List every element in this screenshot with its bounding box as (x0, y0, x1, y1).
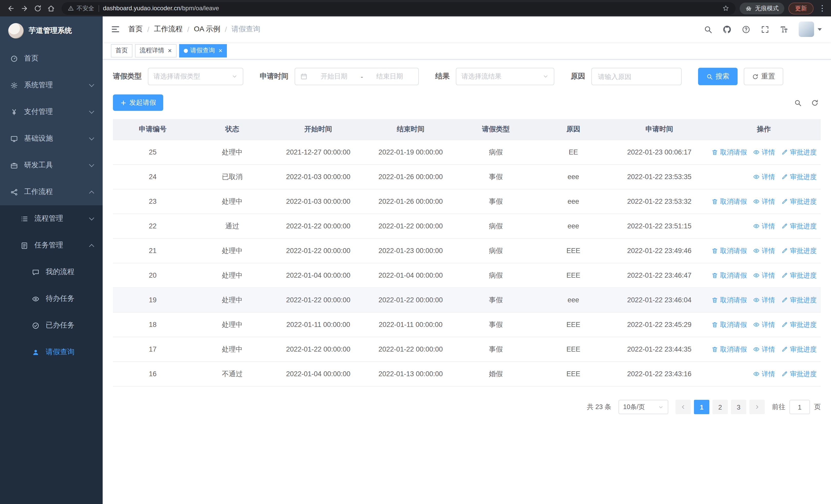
result-label: 结果 (435, 72, 450, 81)
detail-link[interactable]: 详情 (753, 148, 775, 157)
eye-icon (753, 247, 760, 254)
goto-page-input[interactable] (790, 400, 810, 414)
reload-button[interactable] (31, 2, 44, 15)
sidebar-item-infrastructure[interactable]: 基础设施 (0, 125, 103, 152)
prev-page-button[interactable] (676, 400, 691, 414)
search-icon[interactable] (704, 25, 712, 34)
detail-link[interactable]: 详情 (753, 295, 775, 305)
sidebar-item-task-management[interactable]: 任务管理 (0, 232, 103, 259)
user-menu[interactable] (799, 22, 822, 37)
sidebar-item-label: 请假查询 (46, 348, 75, 357)
cell-end-time: 2022-01-04 00:00:00 (365, 263, 457, 288)
approval-progress-link[interactable]: 审批进度 (781, 197, 816, 206)
home-button[interactable] (44, 2, 57, 15)
browser-menu-icon[interactable]: ⋮ (818, 4, 827, 13)
sidebar-item-home[interactable]: 首页 (0, 45, 103, 72)
cell-leave-type: 事假 (457, 288, 535, 312)
sidebar-item-payment[interactable]: 支付管理 (0, 98, 103, 125)
cell-status: 处理中 (193, 189, 272, 213)
page-button-2[interactable]: 2 (712, 400, 728, 414)
breadcrumb-item[interactable]: 首页 (128, 25, 143, 34)
eye-icon (753, 346, 760, 353)
tab-process-detail[interactable]: 流程详情× (135, 44, 176, 57)
cell-apply-time: 2022-01-22 23:46:47 (612, 263, 707, 288)
detail-link[interactable]: 详情 (753, 345, 775, 354)
tag-bar: 首页流程详情×请假查询× (103, 42, 831, 60)
forward-button[interactable] (18, 2, 31, 15)
breadcrumb-item[interactable]: 工作流程 (154, 25, 183, 34)
active-tab-dot (183, 49, 188, 53)
cell-actions: 详情审批进度 (707, 362, 821, 386)
sidebar-item-leave-query[interactable]: 请假查询 (0, 339, 103, 365)
table-row: 17处理中2022-01-22 00:00:002022-01-22 00:00… (113, 337, 821, 362)
sidebar-item-workflow[interactable]: 工作流程 (0, 179, 103, 205)
sidebar-item-devtools[interactable]: 研发工具 (0, 152, 103, 179)
reason-input[interactable] (591, 68, 682, 85)
cancel-leave-link[interactable]: 取消请假 (711, 345, 747, 354)
approval-progress-link[interactable]: 审批进度 (781, 246, 816, 255)
approval-progress-link[interactable]: 审批进度 (781, 345, 816, 354)
approval-progress-link[interactable]: 审批进度 (781, 369, 816, 379)
eye-icon (753, 272, 760, 279)
chevron-down-icon (658, 404, 664, 410)
search-icon (706, 73, 713, 80)
approval-progress-link[interactable]: 审批进度 (781, 271, 816, 280)
create-leave-button[interactable]: 发起请假 (113, 94, 163, 111)
cancel-leave-link[interactable]: 取消请假 (711, 148, 747, 157)
page-button-3[interactable]: 3 (731, 400, 746, 414)
fullscreen-icon[interactable] (761, 25, 769, 34)
toggle-search-icon[interactable] (794, 99, 802, 107)
bookmark-star-icon[interactable] (722, 5, 729, 12)
cancel-leave-link[interactable]: 取消请假 (711, 295, 747, 305)
approval-progress-link[interactable]: 审批进度 (781, 172, 816, 181)
cell-actions: 取消请假详情审批进度 (707, 263, 821, 288)
page-size-select[interactable]: 10条/页 (619, 400, 668, 414)
next-page-button[interactable] (749, 400, 765, 414)
refresh-table-icon[interactable] (811, 99, 819, 107)
url-bar[interactable]: 不安全 dashboard.yudao.iocoder.cn/bpm/oa/le… (62, 2, 736, 14)
update-button[interactable]: 更新 (789, 2, 813, 14)
detail-link[interactable]: 详情 (753, 172, 775, 181)
tab-home[interactable]: 首页 (111, 44, 133, 57)
date-range-picker[interactable]: 开始日期 - 结束日期 (295, 68, 419, 85)
approval-progress-link[interactable]: 审批进度 (781, 320, 816, 329)
security-chip[interactable]: 不安全 (68, 4, 94, 12)
github-icon[interactable] (723, 25, 732, 34)
detail-link[interactable]: 详情 (753, 197, 775, 206)
detail-link[interactable]: 详情 (753, 221, 775, 231)
font-size-icon[interactable] (780, 25, 789, 34)
refresh-icon (752, 73, 758, 80)
sidebar-item-label: 研发工具 (24, 161, 53, 170)
sidebar-item-my-process[interactable]: 我的流程 (0, 259, 103, 285)
help-icon[interactable] (742, 25, 750, 34)
page-button-1[interactable]: 1 (694, 400, 709, 414)
sidebar-item-label: 待办任务 (46, 294, 75, 303)
cancel-leave-link[interactable]: 取消请假 (711, 271, 747, 280)
cancel-leave-link[interactable]: 取消请假 (711, 320, 747, 329)
sidebar-item-process-management[interactable]: 流程管理 (0, 205, 103, 232)
leave-type-select[interactable]: 请选择请假类型 (148, 68, 243, 85)
detail-link[interactable]: 详情 (753, 369, 775, 379)
close-icon[interactable]: × (219, 47, 222, 54)
detail-link[interactable]: 详情 (753, 271, 775, 280)
approval-progress-link[interactable]: 审批进度 (781, 295, 816, 305)
cell-start-time: 2022-01-22 00:00:00 (272, 288, 365, 312)
close-icon[interactable]: × (168, 47, 172, 54)
detail-link[interactable]: 详情 (753, 320, 775, 329)
breadcrumb-item[interactable]: OA 示例 (194, 25, 221, 34)
cancel-leave-link[interactable]: 取消请假 (711, 246, 747, 255)
search-button[interactable]: 搜索 (698, 68, 738, 85)
reset-button[interactable]: 重置 (744, 68, 783, 85)
approval-progress-link[interactable]: 审批进度 (781, 148, 816, 157)
detail-link[interactable]: 详情 (753, 246, 775, 255)
tab-leave-query[interactable]: 请假查询× (179, 44, 227, 57)
sidebar-item-done-tasks[interactable]: 已办任务 (0, 312, 103, 339)
result-select[interactable]: 请选择流结果 (456, 68, 554, 85)
sidebar-collapse-button[interactable] (103, 17, 128, 42)
cell-end-time: 2022-01-19 00:00:00 (365, 140, 457, 164)
approval-progress-link[interactable]: 审批进度 (781, 221, 816, 231)
sidebar-item-todo-tasks[interactable]: 待办任务 (0, 285, 103, 312)
back-button[interactable] (4, 2, 18, 15)
sidebar-item-system[interactable]: 系统管理 (0, 72, 103, 98)
cancel-leave-link[interactable]: 取消请假 (711, 197, 747, 206)
